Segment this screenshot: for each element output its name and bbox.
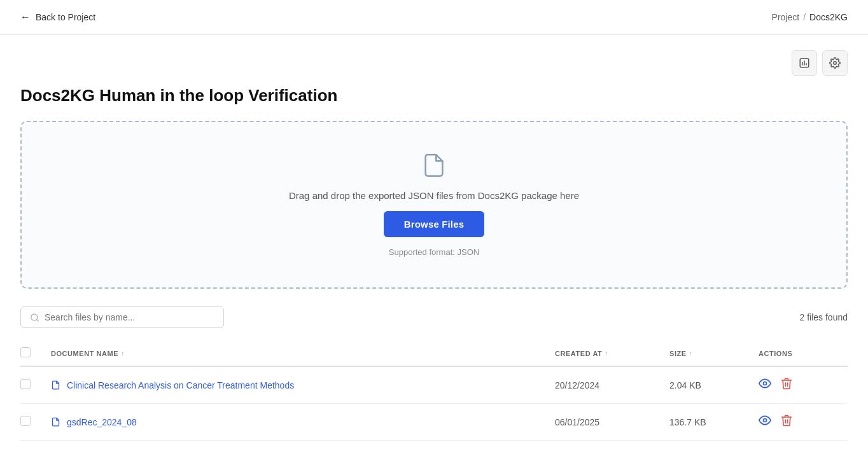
- th-actions: ACTIONS: [759, 347, 848, 359]
- drop-instruction: Drag and drop the exported JSON files fr…: [289, 190, 579, 201]
- main-content: Docs2KG Human in the loop Verification D…: [0, 35, 868, 456]
- search-row: 2 files found: [20, 306, 848, 328]
- breadcrumb-separator: /: [803, 12, 806, 22]
- browse-files-button[interactable]: Browse Files: [384, 211, 484, 237]
- row1-created-at: 20/12/2024: [555, 380, 669, 390]
- search-input[interactable]: [45, 312, 214, 322]
- page-title: Docs2KG Human in the loop Verification: [20, 86, 848, 106]
- doc-file-icon: [51, 380, 60, 390]
- files-count: 2 files found: [800, 312, 848, 322]
- row2-created-at: 06/01/2025: [555, 417, 669, 427]
- th-size: SIZE ↑: [669, 347, 759, 359]
- settings-button[interactable]: [822, 50, 848, 76]
- th-created-at: CREATED AT ↑: [555, 347, 669, 359]
- row1-view-button[interactable]: [759, 377, 771, 393]
- drop-zone[interactable]: Drag and drop the exported JSON files fr…: [20, 121, 848, 289]
- row1-actions: [759, 377, 848, 393]
- row2-checkbox-cell: [20, 416, 51, 428]
- chart-icon: [799, 57, 810, 69]
- row1-checkbox-cell: [20, 379, 51, 391]
- svg-point-7: [764, 382, 767, 385]
- row2-checkbox[interactable]: [20, 416, 31, 426]
- back-arrow-icon: ←: [20, 11, 31, 23]
- breadcrumb: Project / Docs2KG: [772, 12, 848, 22]
- row2-size: 136.7 KB: [669, 417, 759, 427]
- search-box: [20, 306, 224, 328]
- th-checkbox: [20, 347, 51, 359]
- breadcrumb-current: Docs2KG: [809, 12, 848, 22]
- svg-line-6: [36, 319, 38, 321]
- back-label: Back to Project: [36, 12, 95, 22]
- row2-view-button[interactable]: [759, 414, 771, 430]
- row1-size: 2.04 KB: [669, 380, 759, 390]
- doc-file-icon: [51, 417, 60, 427]
- row2-actions: [759, 414, 848, 430]
- select-all-checkbox[interactable]: [20, 347, 31, 357]
- sort-arrow-date: ↑: [605, 350, 608, 357]
- table-row: Clinical Research Analysis on Cancer Tre…: [20, 367, 848, 404]
- sort-arrow-name: ↑: [121, 350, 125, 357]
- supported-format: Supported format: JSON: [389, 247, 479, 257]
- table-row: gsdRec_2024_08 06/01/2025 136.7 KB: [20, 404, 848, 441]
- row2-doc-name[interactable]: gsdRec_2024_08: [51, 417, 555, 427]
- gear-icon: [829, 57, 841, 69]
- breadcrumb-parent: Project: [772, 12, 800, 22]
- toolbar-icons: [20, 50, 848, 76]
- chart-button[interactable]: [792, 50, 817, 76]
- back-to-project-link[interactable]: ← Back to Project: [20, 11, 95, 23]
- svg-point-4: [834, 62, 837, 65]
- search-icon: [30, 313, 39, 322]
- sort-arrow-size: ↑: [689, 350, 693, 357]
- row1-checkbox[interactable]: [20, 379, 31, 389]
- table-header: DOCUMENT NAME ↑ CREATED AT ↑ SIZE ↑ ACTI…: [20, 341, 848, 367]
- svg-point-8: [764, 419, 767, 422]
- row1-delete-button[interactable]: [780, 377, 793, 393]
- files-table: DOCUMENT NAME ↑ CREATED AT ↑ SIZE ↑ ACTI…: [20, 341, 848, 441]
- row2-delete-button[interactable]: [780, 414, 793, 430]
- th-document-name: DOCUMENT NAME ↑: [51, 347, 555, 359]
- top-bar: ← Back to Project Project / Docs2KG: [0, 0, 868, 35]
- row1-doc-name[interactable]: Clinical Research Analysis on Cancer Tre…: [51, 380, 555, 390]
- file-upload-icon: [421, 153, 447, 180]
